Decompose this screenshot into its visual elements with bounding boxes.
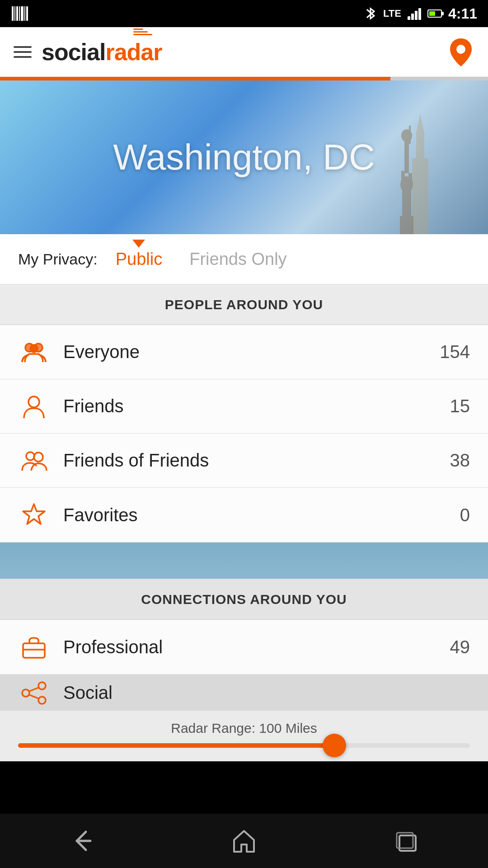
header-left: social radar [14,38,162,66]
privacy-arrow [132,240,145,248]
svg-point-7 [456,45,465,54]
privacy-label: My Privacy: [18,250,98,268]
svg-point-23 [34,453,43,462]
statue-silhouette [361,99,452,234]
recents-icon [393,827,420,854]
radar-range-label: Radar Range: 100 Miles [18,721,470,736]
svg-rect-6 [26,6,28,21]
friends-count: 15 [450,396,470,416]
people-section-header: PEOPLE AROUND YOU [0,284,488,325]
svg-point-19 [26,344,33,351]
svg-rect-9 [402,189,411,218]
briefcase-icon [20,633,47,660]
friends-of-friends-row[interactable]: Friends of Friends 38 [0,434,488,488]
connections-section-title: CONNECTIONS AROUND YOU [141,592,347,607]
professional-row[interactable]: Professional 49 [0,620,488,674]
tab-bar [0,77,488,80]
friends-label: Friends [63,396,450,416]
app-logo: social radar [42,38,162,66]
friends-of-friends-label: Friends of Friends [63,450,450,471]
privacy-public[interactable]: Public [116,250,163,269]
people-section-title: PEOPLE AROUND YOU [165,297,323,312]
svg-rect-1 [14,6,15,21]
favorites-row[interactable]: Favorites 0 [0,488,488,542]
friends-of-friends-icon [18,447,50,474]
svg-rect-13 [404,139,409,173]
status-right: LTE 4:11 [364,5,477,22]
professional-count: 49 [450,637,470,657]
logo-radar: radar [105,38,162,66]
hero-city: Washington, DC [113,137,375,178]
group-outline-icon [20,447,47,474]
lte-label: LTE [383,8,401,19]
recents-button[interactable] [389,823,425,859]
people-section: PEOPLE AROUND YOU Everyone 154 [0,284,488,542]
svg-rect-3 [19,6,20,21]
professional-icon [18,633,50,660]
privacy-friends-only[interactable]: Friends Only [189,250,286,269]
radar-range-section: Radar Range: 100 Miles [0,711,488,761]
location-button[interactable] [447,38,474,66]
professional-label: Professional [63,637,450,657]
battery-icon [427,9,442,18]
tab-segment-5[interactable] [390,77,488,80]
svg-rect-11 [401,171,405,189]
status-left [11,5,29,23]
star-icon [20,501,47,528]
tab-segment-3[interactable] [195,77,293,80]
friends-row[interactable]: Friends 15 [0,379,488,434]
everyone-label: Everyone [63,342,440,362]
bluetooth-icon [364,6,377,21]
svg-point-22 [26,452,34,460]
social-label-partial: Social [63,683,113,703]
home-button[interactable] [226,823,262,859]
tab-segment-4[interactable] [293,77,390,80]
favorites-label: Favorites [63,505,460,525]
slider-fill [18,743,334,748]
svg-point-21 [28,396,39,407]
friends-icon [18,393,50,420]
status-bar: LTE 4:11 [0,0,488,27]
everyone-icon [18,339,50,366]
back-icon [68,827,95,854]
tab-segment-1[interactable] [0,77,98,80]
logo-social: social [42,38,105,66]
svg-rect-0 [12,6,14,21]
back-button[interactable] [63,823,99,859]
everyone-row[interactable]: Everyone 154 [0,325,488,379]
social-row-partial[interactable]: Social [0,675,488,711]
social-icon-partial [18,679,50,707]
svg-rect-2 [16,6,18,21]
barcode-icon [11,5,29,23]
svg-point-20 [35,344,42,351]
slider-thumb[interactable] [323,734,346,757]
connections-section-header: CONNECTIONS AROUND YOU [0,579,488,620]
svg-marker-24 [23,504,45,524]
svg-line-30 [29,688,38,691]
friends-of-friends-count: 38 [450,450,470,471]
svg-point-27 [22,689,29,697]
home-icon [230,827,258,854]
privacy-options: Public Friends Only [116,250,287,269]
android-nav-bar [0,814,488,868]
svg-point-28 [38,682,46,689]
svg-line-31 [29,695,38,698]
svg-rect-12 [408,173,412,189]
svg-point-29 [38,697,46,704]
app-header: social radar [0,27,488,77]
favorites-count: 0 [460,505,470,525]
social-icon [20,679,47,707]
privacy-bar: My Privacy: Public Friends Only [0,234,488,284]
svg-rect-4 [21,6,23,21]
favorites-icon [18,501,50,528]
status-time: 4:11 [448,5,477,22]
svg-rect-5 [24,6,25,21]
svg-rect-8 [400,216,413,234]
tab-segment-2[interactable] [98,77,195,80]
svg-rect-25 [23,643,45,658]
connections-section: CONNECTIONS AROUND YOU Professional 49 [0,579,488,675]
radar-range-slider[interactable] [18,743,470,748]
group-icon [20,339,47,366]
svg-rect-15 [409,126,411,144]
menu-button[interactable] [14,46,32,58]
